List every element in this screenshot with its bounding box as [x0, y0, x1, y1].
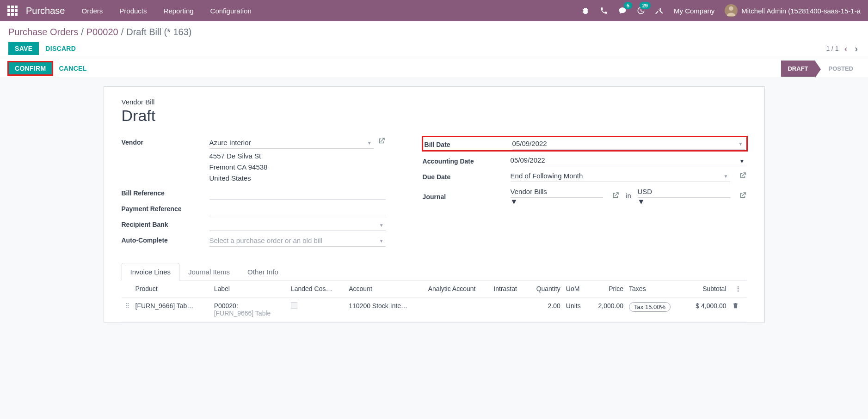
record-title: Draft: [122, 107, 747, 125]
col-price: Price: [588, 280, 626, 298]
autocomplete-input[interactable]: [209, 235, 386, 247]
delete-row-icon[interactable]: [732, 303, 739, 310]
billref-input[interactable]: [209, 188, 386, 200]
col-taxes: Taxes: [626, 280, 684, 298]
status-bar: CONFIRM CANCEL DRAFT POSTED: [0, 59, 868, 78]
vendor-address: 4557 De Silva St Fremont CA 94538 United…: [209, 151, 374, 184]
col-label: Label: [211, 280, 288, 298]
nav-products[interactable]: Products: [119, 7, 147, 15]
vendor-label: Vendor: [122, 137, 209, 146]
pager-count: 1 / 1: [826, 45, 838, 52]
col-subtotal: Subtotal: [684, 280, 729, 298]
billdate-label: Bill Date: [425, 139, 508, 148]
tab-journal-items[interactable]: Journal Items: [179, 263, 239, 280]
journal-external-link-icon[interactable]: [611, 191, 620, 201]
cell-uom[interactable]: Units: [563, 298, 588, 322]
drag-handle-icon[interactable]: ⠿: [122, 298, 133, 322]
duedate-external-link-icon[interactable]: [739, 171, 747, 181]
tax-tag[interactable]: Tax 15.00%: [629, 302, 671, 312]
currency-input[interactable]: [638, 186, 730, 198]
tools-icon[interactable]: [655, 6, 664, 15]
activity-badge: 29: [640, 2, 651, 9]
control-panel: Purchase Orders/P00020/Draft Bill (* 163…: [0, 21, 868, 59]
col-landed: Landed Cos…: [288, 280, 346, 298]
duedate-label: Due Date: [423, 171, 506, 181]
duedate-input[interactable]: [511, 170, 730, 182]
user-menu[interactable]: Mitchell Admin (15281400-saas-15-1-a: [725, 4, 861, 17]
pager-prev-icon[interactable]: ‹: [843, 43, 850, 54]
payref-label: Payment Reference: [122, 203, 209, 213]
billref-label: Bill Reference: [122, 188, 209, 197]
currency-external-link-icon[interactable]: [739, 191, 747, 201]
journal-input[interactable]: [511, 186, 603, 198]
avatar: [725, 4, 738, 17]
notebook-tabs: Invoice Lines Journal Items Other Info: [122, 262, 747, 280]
status-posted[interactable]: POSTED: [822, 61, 860, 77]
activity-icon[interactable]: 29: [637, 6, 645, 15]
accountingdate-label: Accounting Date: [423, 156, 506, 165]
chat-icon[interactable]: 5: [618, 6, 627, 15]
billdate-input[interactable]: [512, 138, 745, 150]
cell-label[interactable]: P00020:[FURN_9666] Table: [211, 298, 288, 322]
autocomplete-label: Auto-Complete: [122, 235, 209, 244]
form-left-column: Vendor ▼ 4557 De Silva St Fremont CA 945…: [122, 137, 386, 250]
invoice-lines-table: Product Label Landed Cos… Account Analyt…: [122, 280, 747, 322]
form-right-column: Bill Date ▼ Accounting Date ▼ Due Date ▼…: [423, 137, 747, 250]
pager: 1 / 1 ‹ ›: [826, 43, 860, 54]
landed-checkbox[interactable]: [291, 302, 297, 309]
col-product: Product: [133, 280, 211, 298]
nav-orders[interactable]: Orders: [82, 7, 103, 15]
record-type-label: Vendor Bill: [122, 98, 747, 106]
table-row[interactable]: ⠿ [FURN_9666] Tab… P00020:[FURN_9666] Ta…: [122, 298, 747, 322]
journal-in-label: in: [624, 192, 633, 200]
cell-qty[interactable]: 2.00: [527, 298, 563, 322]
cell-intrastat[interactable]: [491, 298, 526, 322]
confirm-button[interactable]: CONFIRM: [8, 62, 52, 75]
form-sheet: Vendor Bill Draft Vendor ▼ 4557 De Silva…: [104, 86, 765, 322]
col-intrastat: Intrastat: [491, 280, 526, 298]
cell-subtotal: $ 4,000.00: [684, 298, 729, 322]
bank-input[interactable]: [209, 219, 386, 231]
cell-landed[interactable]: [288, 298, 346, 322]
tab-other-info[interactable]: Other Info: [239, 263, 287, 280]
cell-product[interactable]: [FURN_9666] Tab…: [133, 298, 211, 322]
company-name[interactable]: My Company: [674, 7, 714, 15]
bank-label: Recipient Bank: [122, 219, 209, 228]
breadcrumb: Purchase Orders/P00020/Draft Bill (* 163…: [8, 27, 860, 37]
app-name[interactable]: Purchase: [26, 6, 65, 16]
tab-invoice-lines[interactable]: Invoice Lines: [122, 263, 180, 280]
col-uom: UoM: [563, 280, 588, 298]
cancel-button[interactable]: CANCEL: [52, 59, 93, 78]
cell-analytic[interactable]: [425, 298, 491, 322]
journal-label: Journal: [423, 191, 506, 200]
breadcrumb-current: Draft Bill (* 163): [126, 27, 191, 37]
accountingdate-input[interactable]: [511, 154, 747, 166]
columns-menu-icon[interactable]: ⋮: [732, 285, 744, 292]
nav-menu: Orders Products Reporting Configuration: [82, 7, 252, 15]
cell-account[interactable]: 110200 Stock Inte…: [346, 298, 425, 322]
breadcrumb-po[interactable]: P00020: [86, 27, 118, 37]
nav-configuration[interactable]: Configuration: [210, 7, 252, 15]
chat-badge: 5: [624, 2, 632, 9]
cell-price[interactable]: 2,000.00: [588, 298, 626, 322]
col-analytic: Analytic Account: [425, 280, 491, 298]
nav-reporting[interactable]: Reporting: [164, 7, 194, 15]
payref-input[interactable]: [209, 203, 386, 215]
pager-next-icon[interactable]: ›: [853, 43, 860, 54]
vendor-input[interactable]: [209, 137, 374, 149]
col-account: Account: [346, 280, 425, 298]
phone-icon[interactable]: [600, 6, 608, 15]
discard-button[interactable]: DISCARD: [39, 42, 82, 55]
apps-icon[interactable]: [7, 6, 18, 16]
breadcrumb-orders[interactable]: Purchase Orders: [8, 27, 78, 37]
status-draft[interactable]: DRAFT: [781, 61, 814, 77]
save-button[interactable]: SAVE: [8, 42, 39, 55]
vendor-external-link-icon[interactable]: [377, 137, 386, 146]
user-name: Mitchell Admin (15281400-saas-15-1-a: [741, 7, 861, 15]
top-navbar: Purchase Orders Products Reporting Confi…: [0, 0, 868, 21]
bug-icon[interactable]: [581, 6, 590, 15]
cell-taxes[interactable]: Tax 15.00%: [626, 298, 684, 322]
col-quantity: Quantity: [527, 280, 563, 298]
